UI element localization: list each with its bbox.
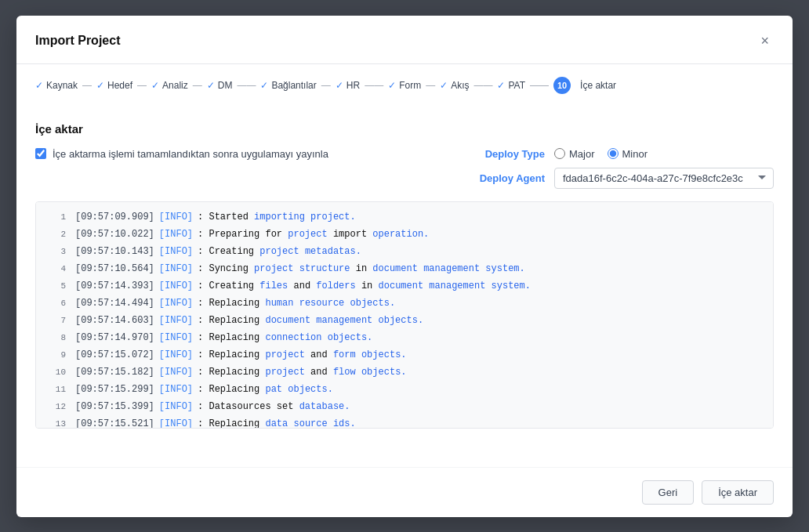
log-level: [INFO] bbox=[159, 417, 193, 429]
step-label-hedef: Hedef bbox=[107, 80, 132, 91]
step-check-pat: ✓ bbox=[497, 80, 505, 91]
log-level: [INFO] bbox=[159, 296, 193, 310]
line-number: 9 bbox=[42, 349, 66, 362]
line-number: 3 bbox=[42, 245, 66, 259]
log-container: 1 [09:57:09.909] [INFO] : Started import… bbox=[35, 201, 774, 429]
step-check-kaynak: ✓ bbox=[35, 80, 43, 91]
step-label-form: Form bbox=[399, 80, 421, 91]
log-timestamp: [09:57:15.299] bbox=[75, 382, 154, 396]
step-label-kaynak: Kaynak bbox=[46, 80, 78, 91]
step-pat: ✓ PAT bbox=[497, 80, 525, 91]
modal-title: Import Project bbox=[35, 34, 120, 48]
line-number: 4 bbox=[42, 262, 66, 276]
publish-checkbox-label[interactable]: İçe aktarma işlemi tamamlandıktan sonra … bbox=[53, 148, 328, 160]
log-timestamp: [09:57:10.564] bbox=[75, 262, 154, 276]
log-timestamp: [09:57:10.143] bbox=[75, 244, 154, 259]
deploy-options: Deploy Type Major Minor bbox=[474, 148, 774, 189]
step-analiz: ✓ Analiz bbox=[151, 80, 188, 91]
modal-footer: Geri İçe aktar bbox=[16, 467, 793, 517]
step-label-dm: DM bbox=[218, 80, 233, 91]
step-active: 10 bbox=[553, 77, 571, 94]
import-button[interactable]: İçe aktar bbox=[702, 480, 774, 505]
log-line: 13 [09:57:15.521] [INFO] : Replacing dat… bbox=[36, 415, 773, 429]
radio-minor[interactable]: Minor bbox=[608, 148, 648, 160]
divider-4: —— bbox=[237, 80, 256, 91]
log-level: [INFO] bbox=[159, 348, 193, 362]
line-number: 6 bbox=[42, 297, 66, 310]
log-message: : Preparing for project import operation… bbox=[198, 227, 429, 241]
step-hedef: ✓ Hedef bbox=[96, 80, 132, 91]
log-message: : Replacing project and flow objects. bbox=[198, 365, 406, 379]
radio-minor-input[interactable] bbox=[608, 148, 619, 159]
divider-7: — bbox=[426, 80, 435, 91]
publish-checkbox[interactable] bbox=[35, 148, 46, 159]
step-check-baglanti: ✓ bbox=[260, 80, 268, 91]
step-label-akis: Akış bbox=[451, 80, 469, 91]
log-line: 2 [09:57:10.022] [INFO] : Preparing for … bbox=[36, 226, 773, 243]
divider-1: — bbox=[82, 80, 92, 91]
line-number: 12 bbox=[42, 400, 66, 414]
log-level: [INFO] bbox=[159, 365, 193, 379]
log-timestamp: [09:57:14.970] bbox=[75, 331, 154, 345]
log-line: 4 [09:57:10.564] [INFO] : Syncing projec… bbox=[36, 260, 773, 277]
log-message: : Replacing project and form objects. bbox=[198, 348, 406, 362]
deploy-type-row: Deploy Type Major Minor bbox=[474, 148, 774, 160]
line-number: 11 bbox=[42, 383, 66, 396]
log-level: [INFO] bbox=[159, 382, 193, 396]
line-number: 2 bbox=[42, 228, 66, 241]
log-timestamp: [09:57:15.182] bbox=[75, 365, 154, 379]
log-timestamp: [09:57:15.521] bbox=[75, 417, 154, 429]
step-check-hr: ✓ bbox=[336, 80, 343, 91]
options-row: İçe aktarma işlemi tamamlandıktan sonra … bbox=[35, 148, 774, 189]
deploy-type-label: Deploy Type bbox=[474, 148, 545, 160]
log-level: [INFO] bbox=[159, 313, 193, 328]
log-line: 10 [09:57:15.182] [INFO] : Replacing pro… bbox=[36, 364, 773, 381]
log-message: : Replacing data source ids. bbox=[198, 417, 356, 429]
log-level: [INFO] bbox=[159, 244, 193, 259]
log-level: [INFO] bbox=[159, 400, 193, 414]
log-timestamp: [09:57:14.393] bbox=[75, 279, 154, 293]
divider-2: — bbox=[137, 80, 147, 91]
publish-checkbox-row: İçe aktarma işlemi tamamlandıktan sonra … bbox=[35, 148, 449, 160]
divider-3: — bbox=[193, 80, 202, 91]
divider-9: —— bbox=[530, 80, 549, 91]
modal-overlay: Import Project × ✓ Kaynak — ✓ Hedef — ✓ … bbox=[0, 0, 809, 532]
line-number: 10 bbox=[42, 366, 66, 379]
log-line: 9 [09:57:15.072] [INFO] : Replacing proj… bbox=[36, 346, 773, 364]
log-message: : Replacing document management objects. bbox=[198, 313, 423, 328]
stepper: ✓ Kaynak — ✓ Hedef — ✓ Analiz — ✓ DM —— … bbox=[16, 64, 793, 107]
step-akis: ✓ Akış bbox=[440, 80, 469, 91]
line-number: 5 bbox=[42, 280, 66, 293]
step-check-analiz: ✓ bbox=[151, 80, 159, 91]
radio-major-input[interactable] bbox=[554, 148, 565, 159]
log-message: : Creating project metadatas. bbox=[198, 244, 361, 259]
log-timestamp: [09:57:15.399] bbox=[75, 400, 154, 414]
step-label-hr: HR bbox=[346, 80, 360, 91]
deploy-agent-row: Deploy Agent fdada16f-6c2c-404a-a27c-7f9… bbox=[474, 168, 774, 189]
step-check-hedef: ✓ bbox=[96, 80, 104, 91]
log-timestamp: [09:57:15.072] bbox=[75, 348, 154, 362]
log-timestamp: [09:57:09.909] bbox=[75, 210, 154, 224]
log-timestamp: [09:57:14.603] bbox=[75, 313, 154, 328]
step-label-baglanti: Bağlantılar bbox=[271, 80, 316, 91]
back-button[interactable]: Geri bbox=[642, 480, 695, 505]
log-message: : Started importing project. bbox=[198, 210, 356, 224]
line-number: 1 bbox=[42, 211, 66, 224]
radio-major[interactable]: Major bbox=[554, 148, 595, 160]
line-number: 8 bbox=[42, 331, 66, 345]
close-button[interactable]: × bbox=[756, 31, 774, 51]
step-check-form: ✓ bbox=[388, 80, 396, 91]
log-line: 5 [09:57:14.393] [INFO] : Creating files… bbox=[36, 277, 773, 295]
radio-major-label[interactable]: Major bbox=[569, 148, 595, 160]
log-level: [INFO] bbox=[159, 262, 193, 276]
deploy-agent-label: Deploy Agent bbox=[474, 172, 545, 184]
divider-8: —— bbox=[473, 80, 492, 91]
log-level: [INFO] bbox=[159, 210, 193, 224]
section-title: İçe aktar bbox=[35, 122, 774, 136]
step-dm: ✓ DM bbox=[207, 80, 233, 91]
step-label-pat: PAT bbox=[508, 80, 525, 91]
radio-minor-label[interactable]: Minor bbox=[622, 148, 648, 160]
log-message: : Replacing connection objects. bbox=[198, 331, 372, 345]
deploy-agent-select[interactable]: fdada16f-6c2c-404a-a27c-7f9e8cfc2e3c bbox=[554, 168, 774, 189]
log-line: 3 [09:57:10.143] [INFO] : Creating proje… bbox=[36, 243, 773, 260]
